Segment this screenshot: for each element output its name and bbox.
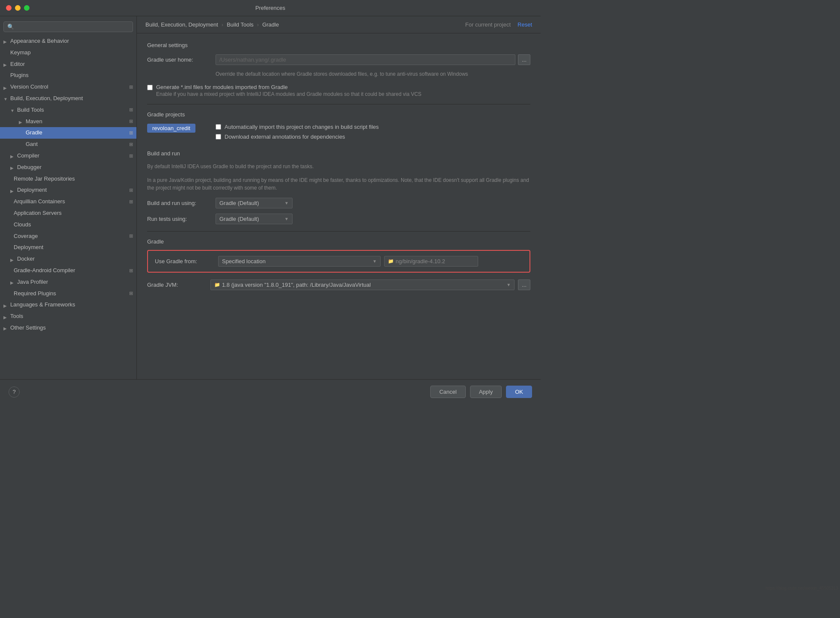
sidebar-item-maven[interactable]: Maven ⊞: [0, 116, 136, 128]
sidebar-item-gradle[interactable]: Gradle ⊞: [0, 127, 136, 139]
sidebar-item-app-servers[interactable]: Application Servers: [0, 208, 136, 219]
gradle-path-field[interactable]: 📁 ng/bin/gradle-4.10.2: [384, 256, 478, 267]
sidebar-item-deployment[interactable]: Deployment ⊞: [0, 184, 136, 196]
sidebar-item-label: Tools: [10, 312, 23, 321]
apply-button[interactable]: Apply: [470, 386, 502, 398]
ok-button[interactable]: OK: [506, 386, 532, 398]
gradle-projects-title: Gradle projects: [147, 111, 530, 118]
arrow-icon: [10, 107, 15, 113]
sidebar-item-appearance[interactable]: Appearance & Behavior: [0, 36, 136, 47]
project-tag[interactable]: revoloan_credit: [147, 124, 195, 133]
dropdown-arrow-icon: ▼: [373, 259, 377, 264]
arrow-icon: [10, 153, 15, 158]
sidebar-item-coverage[interactable]: Coverage ⊞: [0, 231, 136, 242]
gradle-home-label: Gradle user home:: [147, 56, 216, 63]
jvm-folder-icon: 📁: [214, 282, 220, 288]
sidebar-item-gradle-android[interactable]: Gradle-Android Compiler ⊞: [0, 265, 136, 276]
arrow-icon: [10, 257, 15, 262]
gradle-jvm-label: Gradle JVM:: [147, 282, 207, 288]
breadcrumb-bar: Build, Execution, Deployment › Build Too…: [137, 16, 541, 33]
sidebar-item-editor[interactable]: Editor: [0, 59, 136, 70]
sidebar-item-docker[interactable]: Docker: [0, 253, 136, 265]
sidebar-item-label: Other Settings: [10, 324, 46, 333]
build-run-label: Build and run using:: [147, 200, 216, 206]
breadcrumb-meta: For current project Reset: [465, 21, 532, 28]
sidebar-item-build-exec[interactable]: Build, Execution, Deployment: [0, 93, 136, 104]
maximize-button[interactable]: [24, 5, 30, 11]
minimize-button[interactable]: [15, 5, 21, 11]
breadcrumb-sep2: ›: [257, 21, 259, 28]
sidebar-item-label: Keymap: [10, 48, 31, 57]
sidebar-item-compiler[interactable]: Compiler ⊞: [0, 150, 136, 162]
sidebar-item-debugger[interactable]: Debugger: [0, 162, 136, 173]
use-gradle-row: Use Gradle from: Specified location ▼ 📁 …: [155, 256, 523, 267]
generate-iml-hint: Enable if you have a mixed project with …: [156, 91, 421, 97]
jvm-browse-button[interactable]: ...: [518, 279, 530, 290]
divider2: [147, 231, 530, 232]
download-annotations-checkbox[interactable]: [216, 134, 221, 140]
sidebar-item-label: Required Plugins: [14, 289, 56, 298]
repo-icon: ⊞: [129, 187, 133, 194]
repo-icon: ⊞: [129, 106, 133, 114]
generate-iml-row: Generate *.iml files for modules importe…: [147, 84, 530, 97]
sidebar-item-required-plugins[interactable]: Required Plugins ⊞: [0, 288, 136, 300]
repo-icon: ⊞: [129, 129, 133, 137]
repo-icon: ⊞: [129, 118, 133, 125]
sidebar-item-languages[interactable]: Languages & Frameworks: [0, 299, 136, 311]
sidebar-item-label: Java Profiler: [17, 278, 48, 287]
use-gradle-dropdown[interactable]: Specified location ▼: [218, 256, 381, 267]
breadcrumb-part2[interactable]: Build Tools: [227, 21, 254, 28]
arrow-icon: [19, 119, 24, 124]
sidebar-item-label: Arquillian Containers: [14, 197, 65, 206]
sidebar-item-label: Build, Execution, Deployment: [10, 94, 83, 103]
arrow-icon: [3, 314, 9, 319]
auto-import-checkbox[interactable]: [216, 124, 221, 130]
breadcrumb-part1[interactable]: Build, Execution, Deployment: [145, 21, 218, 28]
sidebar-item-tools[interactable]: Tools: [0, 311, 136, 322]
sidebar-item-plugins[interactable]: Plugins: [0, 70, 136, 81]
run-tests-row: Run tests using: Gradle (Default) ▼: [147, 214, 530, 224]
main-layout: Appearance & Behavior Keymap Editor Plug…: [0, 16, 541, 379]
cancel-button[interactable]: Cancel: [430, 386, 465, 398]
sidebar-item-remote-jar[interactable]: Remote Jar Repositories: [0, 173, 136, 185]
search-input[interactable]: [3, 21, 133, 32]
sidebar-item-label: Docker: [17, 255, 35, 264]
sidebar-item-deployment2[interactable]: Deployment: [0, 242, 136, 253]
gradle-home-hint: Override the default location where Grad…: [147, 70, 530, 78]
sidebar-item-gant[interactable]: Gant ⊞: [0, 139, 136, 150]
sidebar-item-label: Build Tools: [17, 106, 44, 115]
titlebar: Preferences: [0, 0, 541, 16]
run-tests-label: Run tests using:: [147, 216, 216, 222]
sidebar-item-version-control[interactable]: Version Control ⊞: [0, 81, 136, 93]
arrow-icon: [3, 96, 9, 101]
sidebar-item-clouds[interactable]: Clouds: [0, 219, 136, 231]
generate-iml-checkbox[interactable]: [147, 85, 153, 90]
repo-icon: ⊞: [129, 232, 133, 240]
content-body: General settings Gradle user home: ... O…: [137, 33, 541, 299]
sidebar-item-build-tools[interactable]: Build Tools ⊞: [0, 104, 136, 116]
sidebar-item-arquillian[interactable]: Arquillian Containers ⊞: [0, 196, 136, 208]
help-button[interactable]: ?: [9, 386, 20, 398]
sidebar-item-label: Application Servers: [14, 209, 62, 218]
sidebar-item-label: Gant: [26, 140, 38, 149]
repo-icon: ⊞: [129, 83, 133, 91]
repo-icon: ⊞: [129, 290, 133, 297]
breadcrumb: Build, Execution, Deployment › Build Too…: [145, 21, 279, 28]
close-button[interactable]: [6, 5, 12, 11]
run-tests-dropdown[interactable]: Gradle (Default) ▼: [216, 214, 293, 224]
gradle-home-input[interactable]: [216, 54, 515, 65]
sidebar-item-label: Clouds: [14, 220, 31, 229]
sidebar-item-other-settings[interactable]: Other Settings: [0, 322, 136, 334]
bottom-bar: ? Cancel Apply OK: [0, 379, 541, 404]
arrow-icon: [3, 325, 9, 330]
reset-link[interactable]: Reset: [518, 21, 532, 28]
gradle-home-browse-button[interactable]: ...: [518, 54, 530, 65]
use-gradle-label: Use Gradle from:: [155, 258, 215, 264]
sidebar-item-keymap[interactable]: Keymap: [0, 47, 136, 59]
gradle-jvm-dropdown[interactable]: 📁 1.8 (java version "1.8.0_191", path: /…: [210, 279, 515, 290]
gradle-home-field: ...: [216, 54, 530, 65]
sidebar-item-java-profiler[interactable]: Java Profiler: [0, 276, 136, 288]
breadcrumb-sep1: ›: [222, 21, 223, 28]
build-run-dropdown[interactable]: Gradle (Default) ▼: [216, 198, 293, 208]
sidebar-item-label: Maven: [26, 117, 42, 126]
